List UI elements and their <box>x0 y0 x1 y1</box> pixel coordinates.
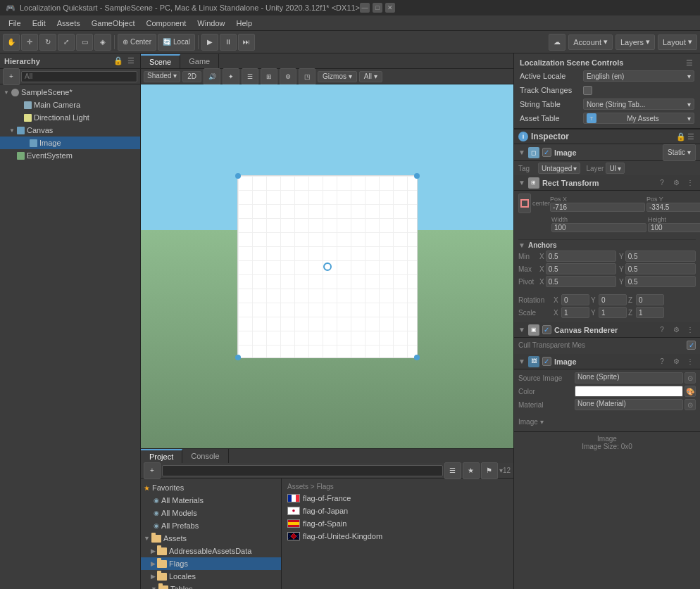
close-button[interactable]: ✕ <box>385 3 395 13</box>
menu-gameobject[interactable]: GameObject <box>86 18 141 29</box>
scale-tool[interactable]: ⤢ <box>58 34 75 51</box>
layer-dropdown[interactable]: UI ▾ <box>606 163 625 174</box>
min-y-input[interactable] <box>625 251 696 262</box>
min-x-input[interactable] <box>546 251 616 262</box>
menu-help[interactable]: Help <box>230 18 258 29</box>
tree-assets[interactable]: ▼ Assets <box>141 532 281 545</box>
tree-tables[interactable]: ▼ Tables <box>141 583 281 589</box>
hierarchy-item-image[interactable]: Image <box>0 137 140 149</box>
tab-project[interactable]: Project <box>141 449 182 463</box>
menu-edit[interactable]: Edit <box>27 18 51 29</box>
transform-tool[interactable]: ◈ <box>94 34 111 51</box>
posx-input[interactable] <box>550 203 645 212</box>
source-image-field[interactable]: None (Sprite) <box>575 372 683 384</box>
project-add-button[interactable]: + <box>144 462 161 479</box>
rect-transform-header[interactable]: ▼ ⊞ Rect Transform ? ⚙ ⋮ <box>514 175 700 191</box>
hierarchy-add-button[interactable]: + <box>3 68 20 85</box>
img-settings-icon[interactable]: ⚙ <box>670 356 682 367</box>
2d-button[interactable]: 2D <box>182 71 201 82</box>
image-component-header[interactable]: ▼ ◻ ✓ Image Static ▾ <box>514 144 700 161</box>
loc-menu-icon[interactable]: ☰ <box>685 58 694 68</box>
width-input[interactable] <box>551 223 646 232</box>
gizmos-button[interactable]: Gizmos ▾ <box>318 71 357 82</box>
all-button[interactable]: All ▾ <box>359 71 382 82</box>
hierarchy-menu-icon[interactable]: ☰ <box>126 56 136 66</box>
height-input[interactable] <box>648 223 700 232</box>
asset-japan[interactable]: flag-of-Japan <box>285 505 511 517</box>
hierarchy-item-maincamera[interactable]: Main Camera <box>0 99 140 111</box>
scale-y-input[interactable] <box>599 307 627 318</box>
pivot-y-input[interactable] <box>625 276 696 287</box>
account-dropdown[interactable]: Account ▾ <box>568 34 613 50</box>
string-table-dropdown[interactable]: None (String Tab... ▾ <box>583 99 694 110</box>
color-swatch[interactable] <box>575 386 683 397</box>
material-field[interactable]: None (Material) <box>575 399 683 410</box>
hierarchy-item-samplescene[interactable]: ▼ SampleScene* <box>0 86 140 99</box>
rect-tool[interactable]: ▭ <box>76 34 93 51</box>
asset-uk[interactable]: flag-of-United-Kingdom <box>285 530 511 543</box>
cull-checkbox[interactable]: ✓ <box>687 341 696 350</box>
hierarchy-item-eventsystem[interactable]: EventSystem <box>0 149 140 162</box>
cr-help-icon[interactable]: ? <box>656 324 668 336</box>
hierarchy-lock-icon[interactable]: 🔒 <box>113 56 123 66</box>
tree-addressable[interactable]: ▶ AddressableAssetsData <box>141 545 281 557</box>
active-locale-dropdown[interactable]: English (en) ▾ <box>583 70 694 82</box>
menu-component[interactable]: Component <box>140 18 192 29</box>
play-button[interactable]: ▶ <box>201 34 218 51</box>
project-filter3[interactable]: ⚑ <box>481 462 498 479</box>
track-changes-checkbox[interactable] <box>583 86 592 95</box>
anchor-widget[interactable] <box>518 194 531 213</box>
img-menu-icon[interactable]: ⋮ <box>685 356 696 367</box>
hand-tool[interactable]: ✋ <box>3 34 20 51</box>
step-button[interactable]: ⏭ <box>238 34 255 51</box>
max-y-input[interactable] <box>625 263 696 274</box>
scene-option2[interactable]: ⊞ <box>261 68 277 85</box>
asset-france[interactable]: flag-of-France <box>285 492 511 505</box>
rot-z-input[interactable] <box>636 294 664 305</box>
minimize-button[interactable]: — <box>360 3 370 13</box>
rect-menu-icon[interactable]: ⋮ <box>685 177 696 189</box>
tree-all-models[interactable]: ◉ All Models <box>141 507 281 519</box>
max-x-input[interactable] <box>546 263 616 274</box>
corner-handle-tl[interactable] <box>235 173 241 179</box>
layers-dropdown[interactable]: Layers ▾ <box>615 34 655 50</box>
canvas-renderer-header[interactable]: ▼ ▣ ✓ Canvas Renderer ? ⚙ ⋮ <box>514 322 700 338</box>
tab-game[interactable]: Game <box>180 54 219 68</box>
inspector-menu-icon[interactable]: ☰ <box>686 132 696 141</box>
pivot-x-input[interactable] <box>546 276 616 287</box>
center-button[interactable]: ⊕ Center <box>118 34 156 51</box>
effects-toggle[interactable]: ✦ <box>223 68 239 85</box>
hierarchy-search[interactable] <box>21 71 137 82</box>
static-button[interactable]: Static ▾ <box>663 144 696 161</box>
scene-view-area[interactable] <box>141 84 513 448</box>
maximize-button[interactable]: □ <box>373 3 382 13</box>
color-pick-button[interactable]: 🎨 <box>685 386 696 397</box>
tree-flags[interactable]: ▶ Flags <box>141 557 281 570</box>
asset-table-dropdown[interactable]: T My Assets ▾ <box>583 113 694 124</box>
source-image-pick-button[interactable]: ⊙ <box>685 372 696 384</box>
move-tool[interactable]: ✛ <box>21 34 38 51</box>
project-filter2[interactable]: ★ <box>463 462 480 479</box>
img-help-icon[interactable]: ? <box>656 356 668 367</box>
corner-handle-bl[interactable] <box>235 355 241 360</box>
tree-favorites[interactable]: ★ Favorites <box>141 481 281 494</box>
posy-input[interactable] <box>646 203 700 212</box>
inspector-lock-icon[interactable]: 🔒 <box>676 132 686 141</box>
scene-option1[interactable]: ☰ <box>242 68 258 85</box>
tree-all-prefabs[interactable]: ◉ All Prefabs <box>141 519 281 532</box>
menu-assets[interactable]: Assets <box>51 18 86 29</box>
scene-option3[interactable]: ⚙ <box>280 68 296 85</box>
rect-settings-icon[interactable]: ⚙ <box>670 177 682 189</box>
cr-enabled-checkbox[interactable]: ✓ <box>542 325 551 334</box>
rotate-tool[interactable]: ↻ <box>39 34 56 51</box>
tab-console[interactable]: Console <box>182 449 228 463</box>
shading-dropdown[interactable]: Shaded ▾ <box>144 71 180 82</box>
scale-x-input[interactable] <box>561 307 589 318</box>
component-enabled-checkbox[interactable]: ✓ <box>542 148 551 157</box>
rot-x-input[interactable] <box>561 294 589 305</box>
image-label-row[interactable]: Image ▾ <box>514 415 700 429</box>
rot-y-input[interactable] <box>599 294 627 305</box>
hierarchy-item-directionallight[interactable]: Directional Light <box>0 111 140 124</box>
project-search[interactable] <box>162 465 443 476</box>
layout-dropdown[interactable]: Layout ▾ <box>658 34 697 50</box>
